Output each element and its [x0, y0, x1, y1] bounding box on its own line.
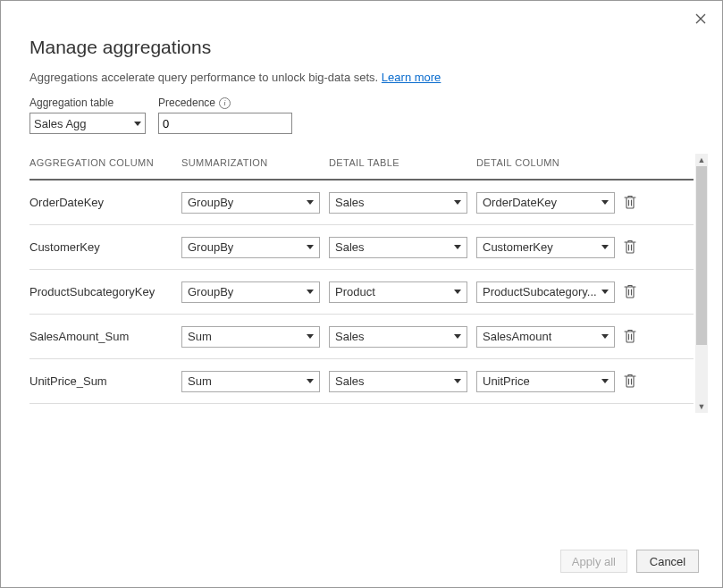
- chevron-down-icon: [601, 245, 609, 249]
- detail-table-select[interactable]: Sales: [329, 326, 467, 348]
- detail-column-select[interactable]: SalesAmount: [476, 326, 615, 348]
- chevron-down-icon: [134, 122, 141, 126]
- learn-more-link[interactable]: Learn more: [382, 71, 441, 84]
- detail-column-select[interactable]: UnitPrice: [476, 371, 615, 392]
- table-header: AGGREGATION COLUMN SUMMARIZATION DETAIL …: [29, 143, 694, 181]
- info-icon[interactable]: i: [219, 97, 231, 109]
- detail-table-value: Sales: [335, 196, 365, 209]
- summarization-select[interactable]: GroupBy: [181, 281, 320, 303]
- apply-all-button: Apply all: [560, 550, 627, 573]
- close-icon: [695, 13, 706, 24]
- table-row: UnitPrice_SumSumSalesUnitPrice: [29, 359, 694, 404]
- chevron-down-icon: [454, 379, 461, 383]
- delete-row-button[interactable]: [624, 284, 638, 300]
- chevron-down-icon: [454, 290, 461, 294]
- close-button[interactable]: [690, 8, 711, 29]
- aggregation-column-name: ProductSubcategoryKey: [29, 285, 155, 298]
- chevron-down-icon: [601, 334, 609, 339]
- summarization-value: GroupBy: [188, 196, 233, 209]
- summarization-select[interactable]: GroupBy: [181, 237, 320, 258]
- chevron-down-icon: [307, 290, 314, 294]
- chevron-down-icon: [307, 334, 314, 339]
- detail-table-select[interactable]: Product: [329, 281, 467, 303]
- chevron-down-icon: [601, 200, 609, 205]
- delete-row-button[interactable]: [624, 329, 638, 345]
- agg-table-select[interactable]: Sales Agg: [29, 113, 146, 134]
- precedence-label: Precedence: [158, 97, 215, 109]
- scroll-up-icon[interactable]: ▲: [695, 154, 708, 166]
- header-detail-column: DETAIL COLUMN: [476, 157, 624, 168]
- detail-table-select[interactable]: Sales: [329, 237, 467, 258]
- agg-table-value: Sales Agg: [34, 117, 87, 130]
- detail-column-select[interactable]: CustomerKey: [476, 237, 615, 258]
- summarization-select[interactable]: Sum: [181, 371, 320, 392]
- chevron-down-icon: [307, 200, 314, 205]
- scrollbar[interactable]: ▲ ▼: [695, 154, 708, 413]
- agg-table-label: Aggregation table: [29, 97, 146, 109]
- detail-column-value: CustomerKey: [483, 240, 553, 254]
- precedence-input[interactable]: [158, 113, 292, 134]
- chevron-down-icon: [601, 290, 609, 294]
- cancel-button[interactable]: Cancel: [636, 550, 699, 573]
- aggregation-column-name: CustomerKey: [29, 240, 100, 254]
- chevron-down-icon: [454, 334, 461, 339]
- header-agg-column: AGGREGATION COLUMN: [29, 157, 181, 168]
- scroll-down-icon[interactable]: ▼: [695, 400, 708, 413]
- detail-column-select[interactable]: OrderDateKey: [476, 192, 615, 214]
- detail-column-value: OrderDateKey: [483, 196, 557, 209]
- detail-table-select[interactable]: Sales: [329, 192, 467, 214]
- dialog-description: Aggregations accelerate query performanc…: [29, 71, 694, 84]
- aggregation-column-name: SalesAmount_Sum: [29, 330, 129, 343]
- chevron-down-icon: [307, 379, 314, 383]
- table-row: CustomerKeyGroupBySalesCustomerKey: [29, 225, 694, 270]
- summarization-value: Sum: [188, 374, 212, 388]
- detail-table-value: Sales: [335, 240, 365, 254]
- aggregation-column-name: UnitPrice_Sum: [29, 374, 107, 388]
- detail-column-value: UnitPrice: [483, 374, 530, 388]
- table-row: OrderDateKeyGroupBySalesOrderDateKey: [29, 181, 694, 225]
- chevron-down-icon: [601, 379, 609, 383]
- chevron-down-icon: [307, 245, 314, 249]
- detail-table-select[interactable]: Sales: [329, 371, 467, 392]
- table-row: SalesAmount_SumSumSalesSalesAmount: [29, 315, 694, 359]
- dialog-title: Manage aggregations: [29, 37, 694, 58]
- detail-column-select[interactable]: ProductSubcategory...: [476, 281, 615, 303]
- delete-row-button[interactable]: [624, 239, 638, 256]
- summarization-value: Sum: [188, 330, 212, 343]
- aggregation-column-name: OrderDateKey: [29, 196, 104, 209]
- scroll-thumb[interactable]: [696, 166, 707, 345]
- summarization-select[interactable]: GroupBy: [181, 192, 320, 214]
- detail-table-value: Product: [335, 285, 375, 298]
- table-row: ProductSubcategoryKeyGroupByProductProdu…: [29, 270, 694, 315]
- detail-column-value: SalesAmount: [483, 330, 551, 343]
- detail-column-value: ProductSubcategory...: [483, 285, 597, 298]
- description-text: Aggregations accelerate query performanc…: [29, 71, 378, 84]
- header-summarization: SUMMARIZATION: [181, 157, 329, 168]
- chevron-down-icon: [454, 200, 461, 205]
- header-detail-table: DETAIL TABLE: [329, 157, 476, 168]
- chevron-down-icon: [454, 245, 461, 249]
- detail-table-value: Sales: [335, 330, 365, 343]
- summarization-value: GroupBy: [188, 285, 233, 298]
- delete-row-button[interactable]: [624, 374, 638, 390]
- summarization-select[interactable]: Sum: [181, 326, 320, 348]
- detail-table-value: Sales: [335, 374, 365, 388]
- summarization-value: GroupBy: [188, 240, 233, 254]
- delete-row-button[interactable]: [624, 195, 638, 211]
